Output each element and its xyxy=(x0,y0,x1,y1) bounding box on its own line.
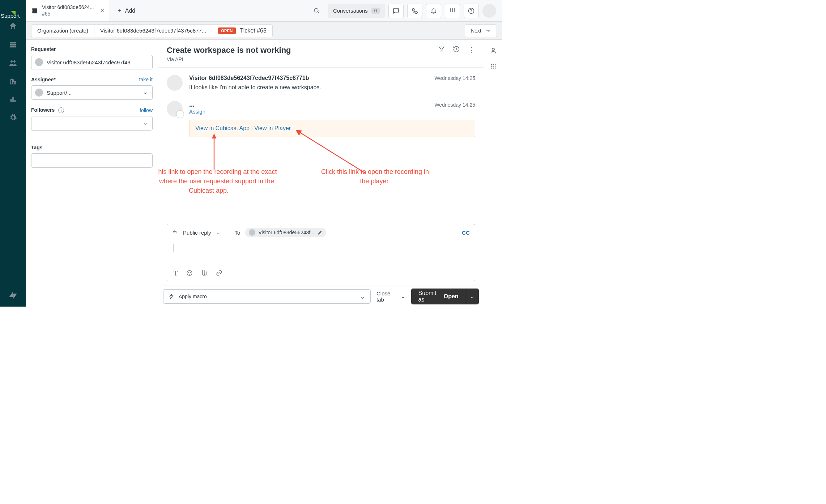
apps-grid-icon[interactable] xyxy=(490,63,497,69)
message-time: Wednesday 14:25 xyxy=(434,75,475,81)
recipient-name: Visitor 6df083de56243f... xyxy=(258,230,314,235)
apps-icon-button[interactable] xyxy=(445,4,460,18)
svg-point-20 xyxy=(491,66,492,67)
breadcrumb-visitor[interactable]: Visitor 6df083de56243f7cdec97f4375c877..… xyxy=(94,24,212,37)
user-icon[interactable] xyxy=(490,47,497,54)
cc-button[interactable]: CC xyxy=(462,230,470,236)
follow-link[interactable]: follow xyxy=(140,107,153,113)
zendesk-logo-icon xyxy=(8,291,18,300)
reply-mode[interactable]: Public reply xyxy=(183,230,211,236)
tags-field[interactable] xyxy=(31,153,153,168)
chat-icon-button[interactable] xyxy=(388,4,404,18)
svg-point-16 xyxy=(492,48,494,51)
tags-label: Tags xyxy=(31,145,43,150)
bolt-icon xyxy=(169,294,174,299)
divider xyxy=(226,228,226,237)
svg-rect-3 xyxy=(452,8,453,9)
home-icon[interactable] xyxy=(9,22,17,30)
apply-macro-button[interactable]: Apply macro xyxy=(163,289,371,304)
ticket-tab[interactable]: Visitor 6df083de5624... #65 ✕ xyxy=(26,0,110,21)
svg-point-0 xyxy=(314,8,318,12)
svg-point-21 xyxy=(493,66,494,67)
emoji-icon[interactable] xyxy=(186,270,193,277)
submit-button[interactable]: Submit as Open xyxy=(411,289,466,304)
notifications-icon-button[interactable] xyxy=(426,4,441,18)
svg-point-14 xyxy=(188,272,189,273)
attachment-icon[interactable] xyxy=(201,270,207,277)
view-cubicast-app-link[interactable]: View in Cubicast App xyxy=(195,125,250,131)
conversations-button[interactable]: Conversations 0 xyxy=(328,4,385,18)
message: ... Wednesday 14:25 Assign View in Cubic… xyxy=(167,101,475,137)
avatar xyxy=(167,101,183,117)
status-badge: OPEN xyxy=(218,27,235,34)
svg-rect-4 xyxy=(454,8,455,9)
message-time: Wednesday 14:25 xyxy=(434,102,475,108)
breadcrumb-ticket[interactable]: OPEN Ticket #65 xyxy=(212,24,273,37)
pencil-icon xyxy=(318,230,323,235)
link-icon[interactable] xyxy=(216,270,222,277)
avatar xyxy=(167,75,183,91)
svg-rect-6 xyxy=(452,10,453,11)
svg-rect-7 xyxy=(454,10,455,11)
svg-line-1 xyxy=(318,12,319,13)
more-icon[interactable]: ⋮ xyxy=(468,46,475,54)
add-tab-button[interactable]: ＋ Add xyxy=(110,0,142,21)
support-product-label: Support xyxy=(1,5,20,19)
reply-editor: Public reply ⌄ To Visitor 6df083de56243f… xyxy=(167,224,475,281)
svg-point-13 xyxy=(187,270,192,276)
add-tab-label: Add xyxy=(125,8,135,14)
ticket-properties-sidebar: Requester Visitor 6df083de56243f7cdec97f… xyxy=(26,40,158,307)
message-author: Visitor 6df083de56243f7cdec97f4375c8771b xyxy=(189,75,309,81)
submit-status: Open xyxy=(444,293,459,300)
submit-dropdown-button[interactable]: ⌄ xyxy=(466,289,479,304)
breadcrumb-org[interactable]: Organization (create) xyxy=(31,24,94,37)
organizations-icon[interactable] xyxy=(9,77,17,85)
message-body: It looks like I'm not able to create a n… xyxy=(189,84,475,91)
requester-value: Visitor 6df083de56243f7cdec97f43 xyxy=(47,59,131,65)
filter-icon[interactable] xyxy=(438,46,445,54)
svg-point-25 xyxy=(494,68,495,69)
reply-icon xyxy=(172,230,178,235)
customers-icon[interactable] xyxy=(9,59,17,67)
search-button[interactable] xyxy=(309,8,324,14)
views-icon[interactable] xyxy=(9,40,17,48)
view-player-link[interactable]: View in Player xyxy=(254,125,291,131)
close-tab-icon[interactable]: ✕ xyxy=(100,7,105,14)
annotation-text-left: Click this link to open the recording at… xyxy=(158,167,285,195)
svg-point-15 xyxy=(190,272,191,273)
text-format-icon[interactable]: T xyxy=(174,270,178,277)
ticket-number: Ticket #65 xyxy=(240,27,267,34)
to-label: To xyxy=(235,230,240,236)
annotation-arrow-left xyxy=(210,133,218,170)
reporting-icon[interactable] xyxy=(9,95,17,103)
svg-point-22 xyxy=(494,66,495,67)
help-icon-button[interactable] xyxy=(464,4,479,18)
recipient-pill[interactable]: Visitor 6df083de56243f... xyxy=(245,228,326,237)
next-label: Next xyxy=(471,28,481,34)
ticket-title: Create workspace is not working xyxy=(167,46,291,55)
take-it-link[interactable]: take it xyxy=(139,77,153,82)
conversations-label: Conversations xyxy=(333,8,368,14)
profile-avatar[interactable] xyxy=(482,4,496,18)
context-panel-rail xyxy=(484,40,502,307)
internal-note: View in Cubicast App | View in Player xyxy=(189,120,475,137)
phone-icon-button[interactable] xyxy=(407,4,422,18)
chevron-down-icon[interactable]: ⌄ xyxy=(216,230,221,235)
info-icon[interactable]: i xyxy=(58,107,64,113)
message: Visitor 6df083de56243f7cdec97f4375c8771b… xyxy=(167,75,475,91)
requester-field[interactable]: Visitor 6df083de56243f7cdec97f43 xyxy=(31,55,153,69)
close-tab-button[interactable]: Close tab ⌄ xyxy=(376,290,405,303)
svg-point-18 xyxy=(493,64,494,65)
macro-label: Apply macro xyxy=(179,294,207,299)
breadcrumb-row: Organization (create) Visitor 6df083de56… xyxy=(26,22,502,40)
svg-point-17 xyxy=(491,64,492,65)
next-button[interactable]: Next xyxy=(465,24,497,37)
ticket-source: Via API xyxy=(167,56,291,62)
assignee-value: Support/... xyxy=(47,90,72,96)
assignee-select[interactable]: Support/... xyxy=(31,85,153,100)
reply-textarea[interactable] xyxy=(167,241,475,266)
followers-select[interactable] xyxy=(31,116,153,131)
history-icon[interactable] xyxy=(453,46,460,54)
assign-link[interactable]: Assign xyxy=(189,108,475,115)
admin-icon[interactable] xyxy=(9,114,17,121)
